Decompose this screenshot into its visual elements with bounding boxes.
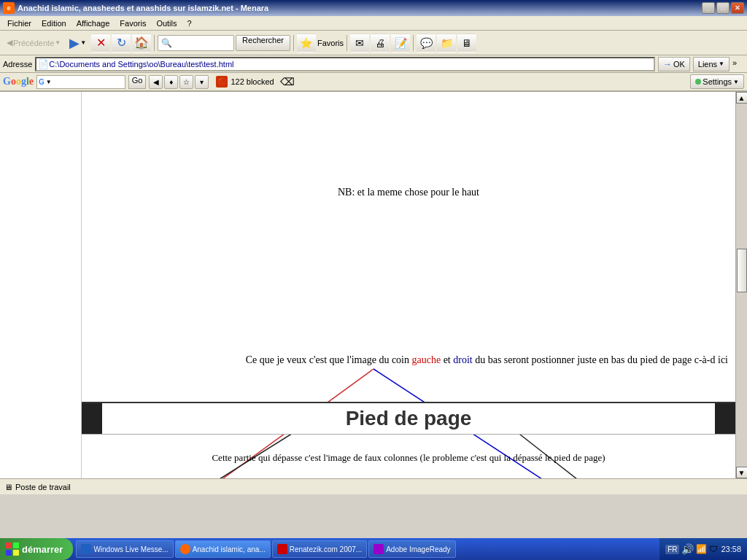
popup-blocked-badge: 🚫 122 blocked — [216, 76, 274, 88]
menu-help[interactable]: ? — [183, 18, 196, 29]
go-arrow-icon: → — [663, 59, 672, 69]
go-button[interactable]: → OK — [658, 57, 690, 71]
google-search-input[interactable] — [52, 77, 125, 86]
google-search-box[interactable]: G ▼ — [36, 75, 125, 89]
close-button[interactable]: ✕ — [731, 2, 744, 14]
separator-4 — [413, 35, 414, 51]
footer-right-corner — [715, 403, 735, 434]
menu-bar: Fichier Edition Affichage Favoris Outils… — [0, 16, 747, 31]
address-label: Adresse — [3, 60, 32, 69]
title-bar-controls[interactable]: _ □ ✕ — [702, 2, 744, 14]
forward-dropdown-icon[interactable]: ▼ — [80, 39, 86, 46]
nb-text: NB: et la meme chose pour le haut — [82, 187, 735, 198]
expand-button[interactable]: » — [732, 58, 744, 70]
status-text: Poste de travail — [15, 483, 71, 491]
google-go-button[interactable]: Go — [128, 75, 147, 89]
favorites-button[interactable]: ⭐ — [297, 34, 316, 52]
extra-button1[interactable]: 📁 — [437, 34, 456, 52]
footer-bar: Pied de page — [82, 402, 735, 435]
search-icon: 🔍 — [161, 38, 172, 48]
status-page-icon: 🖥 — [4, 483, 12, 491]
forward-button[interactable]: ▶ ▼ — [66, 34, 90, 52]
page-main: NB: et la meme chose pour le haut Ce que… — [82, 92, 735, 478]
print-button[interactable]: 🖨 — [371, 34, 390, 52]
minimize-button[interactable]: _ — [702, 2, 715, 14]
favorites-label[interactable]: Favoris — [317, 39, 344, 47]
maximize-button[interactable]: □ — [716, 2, 729, 14]
title-bar: e Anachid islamic, anasheeds et anashids… — [0, 0, 747, 16]
address-bar: Adresse 📄 → OK Liens ▼ » — [0, 55, 747, 73]
search-button[interactable]: Rechercher — [236, 35, 290, 51]
menu-fichier[interactable]: Fichier — [3, 18, 36, 29]
search-input[interactable] — [172, 39, 231, 47]
forward-arrow-icon: ▶ — [69, 35, 80, 51]
messenger-button[interactable]: 💬 — [417, 34, 436, 52]
bottom-note: Cette partie qui dépasse c'est l'image d… — [89, 452, 728, 464]
scroll-track — [736, 104, 748, 467]
google-g-icon: G — [37, 78, 46, 86]
separator-2 — [293, 35, 294, 51]
extra-button2[interactable]: 🖥 — [457, 34, 476, 52]
description-text: Ce que je veux c'est que l'image du coin… — [96, 354, 728, 366]
links-label: Liens — [698, 60, 717, 69]
google-dropdown-icon: ▼ — [46, 79, 52, 85]
blocked-icon: 🚫 — [216, 76, 228, 88]
back-dropdown-icon[interactable]: ▼ — [55, 39, 61, 46]
browser-icon: e — [3, 2, 15, 14]
links-dropdown-icon: ▼ — [719, 61, 724, 67]
address-input[interactable] — [49, 60, 652, 69]
menu-favoris[interactable]: Favoris — [115, 18, 150, 29]
settings-dropdown-icon: ▼ — [733, 79, 739, 85]
toolbar: ◀ Précédente ▼ ▶ ▼ ✕ ↻ 🏠 🔍 Rechercher ⭐ … — [0, 31, 747, 55]
eraser-button[interactable]: ⌫ — [280, 76, 295, 88]
menu-edition[interactable]: Edition — [37, 18, 71, 29]
mail-button[interactable]: ✉ — [350, 34, 369, 52]
refresh-button[interactable]: ↻ — [112, 34, 131, 52]
google-options-icon[interactable]: ▾ — [195, 75, 209, 89]
menu-affichage[interactable]: Affichage — [72, 18, 115, 29]
footer-text: Pied de page — [346, 407, 472, 430]
vertical-scrollbar[interactable]: ▲ ▼ — [735, 92, 747, 478]
scroll-thumb[interactable] — [737, 249, 747, 292]
edit-button[interactable]: 📝 — [391, 34, 410, 52]
google-logo: Google — [3, 76, 34, 88]
content-area: NB: et la meme chose pour le haut Ce que… — [0, 92, 747, 478]
separator-1 — [154, 35, 155, 51]
menu-outils[interactable]: Outils — [152, 18, 181, 29]
eraser-icon: ⌫ — [280, 76, 295, 88]
footer-left-corner — [82, 403, 102, 434]
scroll-down-button[interactable]: ▼ — [736, 467, 748, 478]
status-bar: 🖥 Poste de travail — [0, 478, 747, 494]
settings-label: Settings — [703, 77, 732, 86]
google-star-icon[interactable]: ☆ — [179, 75, 193, 89]
scroll-up-button[interactable]: ▲ — [736, 92, 748, 104]
search-box[interactable]: 🔍 — [158, 35, 234, 51]
window-title: Anachid islamic, anasheeds et anashids s… — [18, 4, 268, 12]
home-button[interactable]: 🏠 — [132, 34, 151, 52]
google-icon-1[interactable]: ◀ — [149, 75, 163, 89]
back-arrow-icon: ◀ — [7, 38, 12, 47]
back-label: Précédente — [13, 39, 54, 47]
stop-button[interactable]: ✕ — [91, 34, 110, 52]
google-icon-2[interactable]: ♦ — [164, 75, 178, 89]
google-icon-group: ▾ — [195, 75, 209, 89]
google-bar: Google G ▼ Go ◀ ♦ ☆ ▾ 🚫 122 blocked ⌫ Se… — [0, 73, 747, 92]
back-button[interactable]: ◀ Précédente ▼ — [3, 34, 64, 52]
google-toolbar-icons: ◀ ♦ ☆ ▾ — [149, 75, 209, 89]
separator-3 — [347, 35, 347, 51]
links-button[interactable]: Liens ▼ — [693, 57, 729, 71]
page-left-margin — [0, 92, 82, 478]
blocked-label: 122 blocked — [231, 77, 274, 86]
page-icon: 📄 — [38, 59, 49, 69]
settings-status-icon — [695, 79, 701, 85]
go-label: OK — [673, 60, 685, 69]
settings-button[interactable]: Settings ▼ — [690, 74, 744, 89]
title-bar-left: e Anachid islamic, anasheeds et anashids… — [3, 2, 268, 14]
